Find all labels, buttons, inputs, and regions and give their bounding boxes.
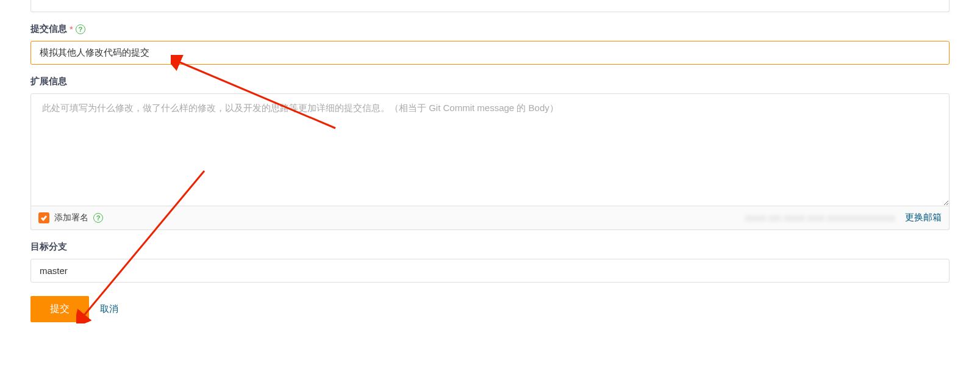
signature-checkbox-wrap: 添加署名 ? [38,212,103,223]
target-branch-group: 目标分支 [30,241,950,283]
commit-message-label-text: 提交信息 [30,23,67,35]
signature-email-blurred: xxxxx xxx xxxxx xxxx xxxxxxxxxxxxxxxx [745,213,895,223]
cancel-link[interactable]: 取消 [100,303,118,315]
target-branch-input[interactable] [30,259,950,283]
button-row: 提交 取消 [30,296,950,322]
signature-label: 添加署名 [54,212,88,223]
submit-button[interactable]: 提交 [30,296,89,322]
help-icon[interactable]: ? [76,24,85,34]
commit-message-label: 提交信息 * ? [30,23,950,35]
required-mark: * [70,24,73,34]
check-icon [40,214,48,222]
commit-message-group: 提交信息 * ? [30,23,950,65]
extended-info-label: 扩展信息 [30,76,950,87]
target-branch-label: 目标分支 [30,241,950,253]
extended-info-textarea[interactable] [30,93,950,206]
target-branch-label-text: 目标分支 [30,241,67,253]
signature-bar: 添加署名 ? xxxxx xxx xxxxx xxxx xxxxxxxxxxxx… [30,206,950,230]
extended-info-group: 扩展信息 添加署名 ? xxxxx xxx xxxxx xxxx xxxxxxx… [30,76,950,230]
previous-field-bottom [30,0,950,12]
change-email-link[interactable]: 更换邮箱 [905,212,942,223]
commit-message-input[interactable] [30,41,950,65]
extended-info-label-text: 扩展信息 [30,76,67,87]
help-icon[interactable]: ? [93,213,103,223]
signature-checkbox[interactable] [38,212,49,223]
